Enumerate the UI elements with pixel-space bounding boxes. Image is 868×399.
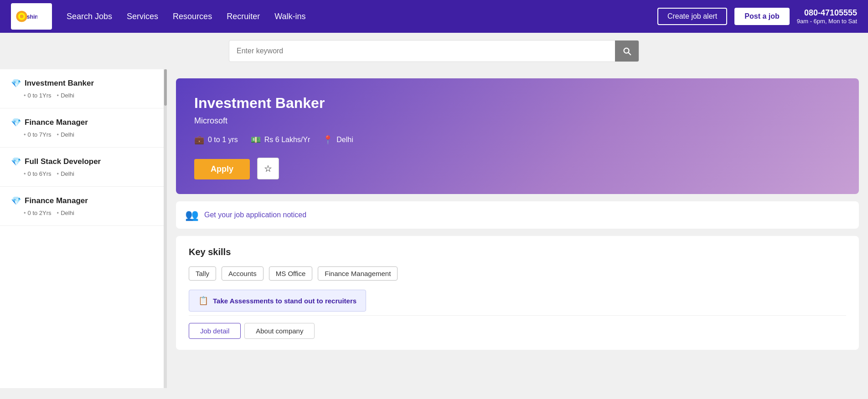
- job-experience-info: 💼 0 to 1 yrs: [194, 135, 238, 145]
- job-list-item[interactable]: 💎 Finance Manager 0 to 7Yrs Delhi: [0, 108, 164, 148]
- tab-job-detail[interactable]: Job detail: [189, 323, 241, 339]
- job-salary-info: 💵 Rs 6 Lakhs/Yr: [251, 135, 310, 145]
- action-buttons: Apply ☆: [194, 158, 841, 179]
- nav-links: Search Jobs Services Resources Recruiter…: [67, 12, 643, 21]
- search-icon: [622, 46, 632, 56]
- post-job-button[interactable]: Post a job: [734, 8, 789, 25]
- job-list-item[interactable]: 💎 Investment Banker 0 to 1Yrs Delhi: [0, 69, 164, 108]
- phone-hours: 9am - 6pm, Mon to Sat: [797, 18, 857, 25]
- skill-tag-tally: Tally: [189, 266, 216, 281]
- search-bar: [229, 40, 639, 62]
- create-job-alert-button[interactable]: Create job alert: [657, 8, 727, 25]
- skill-tag-accounts: Accounts: [222, 266, 264, 281]
- skills-list: Tally Accounts MS Office Finance Managem…: [189, 266, 846, 281]
- job-meta: 0 to 7Yrs Delhi: [11, 131, 153, 138]
- job-title: 💎 Finance Manager: [11, 196, 153, 206]
- search-button[interactable]: [615, 40, 639, 62]
- svg-point-2: [20, 15, 24, 18]
- logo[interactable]: shine.: [11, 3, 52, 30]
- job-list: 💎 Investment Banker 0 to 1Yrs Delhi 💎 Fi…: [0, 69, 164, 388]
- job-detail-title: Investment Banker: [194, 95, 841, 112]
- job-title: 💎 Full Stack Developer: [11, 157, 153, 167]
- nav-right: Create job alert Post a job 080-47105555…: [657, 8, 857, 25]
- job-location-info: 📍 Delhi: [323, 135, 353, 145]
- phone-info: 080-47105555 9am - 6pm, Mon to Sat: [797, 8, 857, 25]
- job-detail-panel: Investment Banker Microsoft 💼 0 to 1 yrs…: [167, 69, 868, 388]
- tab-about-company[interactable]: About company: [244, 323, 315, 339]
- clipboard-icon: 📋: [198, 296, 208, 306]
- main-layout: 💎 Investment Banker 0 to 1Yrs Delhi 💎 Fi…: [0, 69, 868, 388]
- location-icon: 📍: [323, 135, 333, 145]
- premium-icon: 💎: [11, 118, 21, 128]
- people-icon: 👥: [185, 209, 199, 221]
- nav-item-recruiter[interactable]: Recruiter: [227, 12, 260, 21]
- job-list-item[interactable]: 💎 Full Stack Developer 0 to 6Yrs Delhi: [0, 148, 164, 187]
- money-icon: 💵: [251, 135, 261, 145]
- tabs-row: Job detail About company: [189, 315, 846, 339]
- nav-item-walk-ins[interactable]: Walk-ins: [274, 12, 305, 21]
- logo-icon: shine.: [15, 5, 37, 28]
- job-info-row: 💼 0 to 1 yrs 💵 Rs 6 Lakhs/Yr 📍 Delhi: [194, 135, 841, 145]
- job-list-item[interactable]: 💎 Finance Manager 0 to 2Yrs Delhi: [0, 187, 164, 226]
- job-detail-company: Microsoft: [194, 116, 841, 126]
- phone-number: 080-47105555: [797, 8, 857, 18]
- search-input[interactable]: [229, 47, 615, 55]
- premium-icon: 💎: [11, 78, 21, 88]
- noticed-section: 👥 Get your job application noticed: [176, 201, 859, 229]
- apply-button[interactable]: Apply: [194, 159, 250, 179]
- scroll-indicator[interactable]: [164, 69, 167, 388]
- scroll-thumb: [164, 69, 167, 106]
- premium-icon: 💎: [11, 157, 21, 167]
- job-title: 💎 Investment Banker: [11, 78, 153, 88]
- star-icon: ☆: [264, 163, 272, 174]
- job-meta: 0 to 6Yrs Delhi: [11, 170, 153, 177]
- nav-item-resources[interactable]: Resources: [173, 12, 212, 21]
- briefcase-icon: 💼: [194, 135, 204, 145]
- search-bar-container: [0, 33, 868, 69]
- nav-item-search-jobs[interactable]: Search Jobs: [67, 12, 112, 21]
- save-job-button[interactable]: ☆: [257, 158, 279, 179]
- svg-text:shine.: shine.: [27, 14, 37, 20]
- job-title: 💎 Finance Manager: [11, 118, 153, 128]
- navbar: shine. Search Jobs Services Resources Re…: [0, 0, 868, 33]
- premium-icon: 💎: [11, 196, 21, 206]
- noticed-text[interactable]: Get your job application noticed: [204, 211, 306, 219]
- key-skills-title: Key skills: [189, 247, 846, 257]
- skill-tag-finance-mgmt: Finance Management: [318, 266, 398, 281]
- skill-tag-msoffice: MS Office: [269, 266, 313, 281]
- job-meta: 0 to 1Yrs Delhi: [11, 92, 153, 99]
- key-skills-card: Key skills Tally Accounts MS Office Fina…: [176, 236, 859, 350]
- nav-item-services[interactable]: Services: [127, 12, 158, 21]
- take-assessments-button[interactable]: 📋 Take Assessments to stand out to recru…: [189, 290, 366, 312]
- job-meta: 0 to 2Yrs Delhi: [11, 210, 153, 216]
- job-header-card: Investment Banker Microsoft 💼 0 to 1 yrs…: [176, 78, 859, 194]
